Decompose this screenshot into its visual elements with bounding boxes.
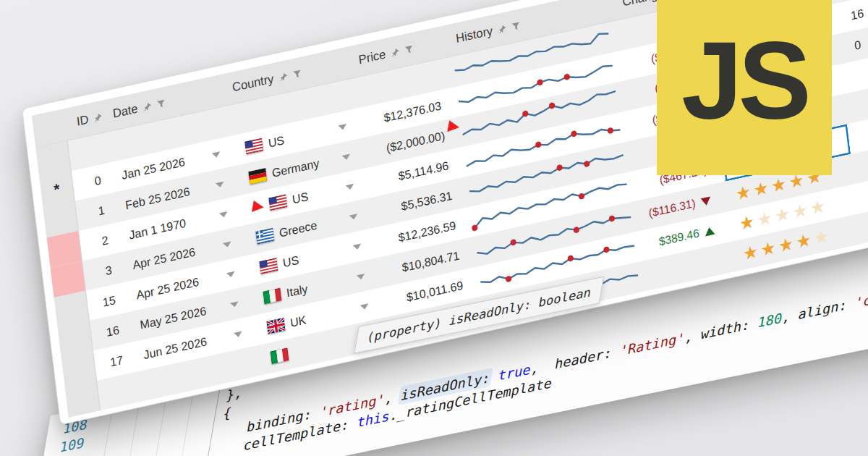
price-text: $5,114.96 (398, 159, 450, 183)
date-dropdown-icon[interactable] (234, 332, 242, 338)
star-empty-icon[interactable]: ★ (756, 208, 773, 229)
star-filled-icon[interactable]: ★ (770, 175, 788, 195)
filter-icon[interactable] (404, 44, 414, 56)
date-dropdown-icon[interactable] (219, 211, 228, 218)
pin-icon[interactable] (390, 47, 400, 59)
row-header-cell[interactable] (65, 381, 101, 418)
js-logo-badge: JS (657, 0, 832, 175)
filter-icon[interactable] (156, 98, 166, 109)
star-filled-icon[interactable]: ★ (739, 213, 756, 233)
country-dropdown-icon[interactable] (349, 214, 358, 220)
header-label-history: History (455, 24, 493, 46)
date-dropdown-icon[interactable] (212, 151, 221, 158)
flag-icon-de (248, 168, 267, 185)
sparkline-marker-dot (506, 275, 512, 282)
price-text: ($2,000.00) (386, 129, 446, 155)
sparkline-marker-dot (603, 246, 610, 253)
country-name: Greece (278, 218, 318, 240)
sparkline-marker-dot (584, 160, 590, 167)
header-label-country: Country (231, 72, 275, 95)
sparkline-marker-dot (537, 79, 543, 86)
date-text: Jan 1 1970 (128, 216, 187, 242)
header-label-date: Date (112, 101, 139, 121)
new-row-marker: * (53, 180, 61, 198)
sparkline-marker-dot (549, 102, 556, 109)
star-filled-icon[interactable]: ★ (752, 179, 770, 199)
change-down-icon (701, 196, 712, 206)
code-text: { (222, 405, 233, 422)
price-text: $5,536.31 (400, 188, 453, 213)
flag-icon-it (263, 287, 281, 304)
country-name: UK (289, 313, 307, 330)
country-dropdown-icon[interactable] (346, 184, 354, 190)
country-dropdown-icon[interactable] (360, 303, 369, 310)
date-text: Apr 25 2026 (135, 274, 200, 302)
date-text: Apr 25 2026 (132, 245, 196, 272)
flag-icon-us (268, 194, 287, 211)
star-filled-icon[interactable]: ★ (778, 235, 795, 255)
sparkline-marker-dot (535, 141, 542, 148)
country-dropdown-icon[interactable] (353, 244, 362, 250)
code-token: { (222, 405, 233, 422)
flag-icon-gr (255, 228, 274, 245)
date-dropdown-icon[interactable] (216, 182, 224, 188)
star-filled-icon[interactable]: ★ (742, 242, 760, 263)
price-text: $12,376.03 (383, 98, 443, 124)
country-dropdown-icon[interactable] (339, 124, 347, 130)
flag-icon-us (244, 138, 263, 155)
header-label-id: ID (76, 112, 90, 129)
country-dropdown-icon[interactable] (357, 274, 365, 280)
filter-icon[interactable] (511, 20, 521, 32)
date-dropdown-icon[interactable] (226, 271, 235, 278)
pin-icon[interactable] (142, 101, 153, 113)
page-canvas: 108},109{110binding: 'rating', isReadOnl… (0, 0, 868, 456)
sparkline-marker-dot (607, 127, 613, 134)
pin-icon[interactable] (497, 23, 507, 35)
star-filled-icon[interactable]: ★ (760, 239, 777, 259)
sparkline-marker-dot (563, 73, 570, 80)
price-text: $10,804.71 (401, 248, 461, 274)
date-dropdown-icon[interactable] (223, 241, 231, 248)
country-name: US (292, 189, 309, 206)
star-empty-icon[interactable]: ★ (809, 197, 827, 217)
sparkline-marker-dot (571, 130, 577, 138)
filter-icon[interactable] (292, 68, 302, 80)
sparkline-marker-dot (608, 215, 615, 222)
change-value: $389.46 (658, 227, 700, 248)
validation-error-icon (252, 200, 265, 214)
js-logo-text: JS (681, 17, 807, 144)
sparkline-marker-dot (578, 193, 584, 200)
country-name: US (268, 133, 285, 151)
star-filled-icon[interactable]: ★ (735, 182, 752, 203)
sparkline-marker-dot (573, 227, 579, 234)
star-empty-icon[interactable]: ★ (813, 227, 830, 248)
change-value: ($116.31) (648, 197, 697, 220)
star-empty-icon[interactable]: ★ (791, 201, 809, 221)
country-name: Germany (271, 156, 320, 180)
country-dropdown-icon[interactable] (342, 153, 351, 160)
sparkline-marker-dot (556, 164, 563, 172)
country-name: Italy (286, 282, 308, 300)
change-up-icon (705, 226, 715, 236)
flag-icon-it (270, 347, 289, 364)
flag-icon-uk (266, 318, 285, 334)
date-dropdown-icon[interactable] (230, 301, 239, 308)
star-filled-icon[interactable]: ★ (795, 231, 812, 251)
pin-icon[interactable] (278, 72, 288, 83)
flag-icon-us (259, 258, 278, 274)
country-name: US (282, 253, 299, 270)
header-label-price: Price (358, 47, 387, 67)
price-text: $12,236.59 (398, 219, 457, 245)
code-token: , (383, 388, 402, 407)
star-empty-icon[interactable]: ★ (774, 205, 791, 225)
price-text: $10,011.69 (406, 278, 464, 304)
